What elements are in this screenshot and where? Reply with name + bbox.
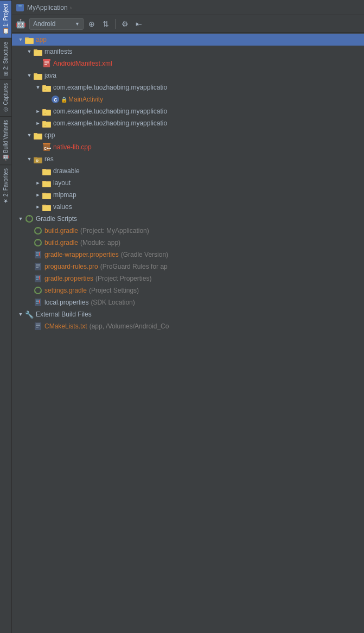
svg-point-57 <box>37 227 39 229</box>
project-icon: 📋 <box>3 28 9 35</box>
folder-icon <box>34 131 42 140</box>
file-icon <box>34 322 42 331</box>
tree-item-mainactivity[interactable]: C 🔒MainActivity <box>12 93 364 105</box>
build-variants-icon: 🤖 <box>3 155 9 161</box>
tree-item-label: values <box>53 203 72 211</box>
tree-arrow-icon[interactable]: ► <box>34 105 42 117</box>
favorites-icon: ★ <box>3 198 9 204</box>
tree-item-mipmap[interactable]: ► mipmap <box>12 189 364 201</box>
filter-button[interactable]: ⇅ <box>100 18 112 30</box>
tree-arrow-icon[interactable]: ▼ <box>25 46 34 58</box>
tree-item-label: build.gradle <box>44 239 78 246</box>
tree-item-local-props[interactable]: local.properties (SDK Location) <box>12 296 364 308</box>
view-mode-dropdown[interactable]: Android ▼ <box>29 18 84 30</box>
svg-point-58 <box>40 232 42 233</box>
sidebar-item-favorites[interactable]: ★ 2: Favorites <box>0 164 11 207</box>
app-icon <box>16 4 24 11</box>
tree-arrow-icon[interactable]: ▼ <box>16 213 25 225</box>
package-icon: · <box>42 107 51 116</box>
tree-arrow-icon[interactable]: ► <box>34 117 42 129</box>
svg-rect-88 <box>36 324 40 325</box>
tree-item-suffix: (ProGuard Rules for ap <box>100 263 168 270</box>
svg-point-61 <box>37 239 39 240</box>
file-icon <box>34 262 42 271</box>
svg-text:·: · <box>44 87 46 92</box>
tree-arrow-icon[interactable]: ► <box>34 177 42 189</box>
tree-item-nativelib[interactable]: C++ native-lib.cpp <box>12 141 364 153</box>
tree-item-cmakelists[interactable]: CMakeLists.txt (app, /Volumes/Android_Co <box>12 320 364 332</box>
tree-item-build-gradle-mod[interactable]: build.gradle (Module: app) <box>12 237 364 249</box>
gradle-icon <box>25 214 34 224</box>
tree-item-manifests[interactable]: ▼ manifests <box>12 46 364 58</box>
svg-point-62 <box>40 244 42 245</box>
svg-rect-9 <box>44 61 49 62</box>
tree-item-layout[interactable]: ► layout <box>12 177 364 189</box>
tree-item-cpp[interactable]: ▼ cpp <box>12 129 364 141</box>
svg-rect-90 <box>36 327 39 328</box>
breadcrumb-arrow: › <box>70 4 72 11</box>
tree-item-proguard[interactable]: proguard-rules.pro (ProGuard Rules for a… <box>12 261 364 273</box>
toolbar-separator <box>115 19 116 29</box>
svg-rect-1 <box>18 5 22 7</box>
tree-item-com3[interactable]: ► · com.example.tuozhaobing.myapplicatio <box>12 117 364 129</box>
tree-item-label: MainActivity <box>68 96 103 103</box>
tree-item-suffix: (Project Properties) <box>95 275 151 282</box>
tree-item-settings-gradle[interactable]: settings.gradle (Project Settings) <box>12 284 364 296</box>
collapse-button[interactable]: ⇤ <box>133 18 145 30</box>
tree-arrow-icon[interactable]: ► <box>34 189 42 201</box>
tree-item-label: gradle.properties <box>44 275 93 282</box>
tree-item-gradle-scripts[interactable]: ▼ Gradle Scripts <box>12 213 364 225</box>
sidebar-item-structure[interactable]: ⊞ 2: Structure <box>0 38 11 79</box>
tree-item-build-gradle-proj[interactable]: build.gradle (Project: MyApplication) <box>12 225 364 237</box>
tree-item-gradle-wrapper[interactable]: gradle-wrapper.properties (Gradle Versio… <box>12 249 364 261</box>
tree-item-label: Gradle Scripts <box>36 215 77 223</box>
svg-rect-68 <box>39 252 40 256</box>
tree-item-com1[interactable]: ▼ · com.example.tuozhaobing.myapplicatio <box>12 81 364 93</box>
svg-rect-34 <box>43 143 50 144</box>
tree-item-label: CMakeLists.txt <box>44 322 87 330</box>
tree-arrow-icon[interactable]: ▼ <box>25 69 34 81</box>
svg-text:C++: C++ <box>44 147 51 150</box>
properties-icon <box>34 298 42 307</box>
svg-text:R: R <box>36 159 39 163</box>
tree-arrow-icon[interactable]: ► <box>34 201 42 213</box>
tree-arrow-icon[interactable]: ▼ <box>16 308 25 320</box>
tree-item-label: mipmap <box>53 191 76 199</box>
tree-item-app[interactable]: ▼ app <box>12 34 364 46</box>
svg-rect-10 <box>44 62 49 64</box>
tree-item-label: manifests <box>44 48 72 55</box>
tree-item-androidmanifest[interactable]: AndroidManifest.xml <box>12 58 364 69</box>
tree-arrow-icon[interactable]: ▼ <box>34 81 42 93</box>
svg-text:·: · <box>44 123 46 128</box>
tree-item-java[interactable]: ▼ java <box>12 69 364 81</box>
svg-text:·: · <box>44 111 46 116</box>
svg-point-81 <box>35 292 36 293</box>
package-icon: · <box>42 119 51 128</box>
tree-item-gradle-props[interactable]: gradle.properties (Project Properties) <box>12 273 364 284</box>
tree-item-external-build[interactable]: ▼🔧External Build Files <box>12 308 364 320</box>
tree-item-drawable[interactable]: drawable <box>12 165 364 177</box>
tree-item-label: cpp <box>44 131 55 139</box>
tree-arrow-icon[interactable]: ▼ <box>25 129 34 141</box>
wrench-icon: 🔧 <box>25 311 34 319</box>
tree-item-com2[interactable]: ► · com.example.tuozhaobing.myapplicatio <box>12 105 364 117</box>
folder-icon <box>25 35 34 44</box>
tree-item-label: native-lib.cpp <box>53 143 92 151</box>
sync-button[interactable]: ⊕ <box>86 18 98 30</box>
svg-rect-71 <box>36 265 40 267</box>
svg-point-79 <box>37 287 39 288</box>
svg-point-54 <box>31 220 33 221</box>
svg-point-59 <box>35 232 36 233</box>
svg-rect-7 <box>34 50 42 55</box>
tree-item-suffix: (Project Settings) <box>89 287 139 294</box>
tree-arrow-icon[interactable]: ▼ <box>16 34 25 46</box>
tree-item-values[interactable]: ► values <box>12 201 364 213</box>
settings-button[interactable]: ⚙ <box>119 18 131 30</box>
sidebar-item-build-variants[interactable]: 🤖 Build Variants <box>0 116 11 164</box>
cpp-icon: C++ <box>42 143 51 152</box>
sidebar-item-captures[interactable]: ◎ Captures <box>0 79 11 116</box>
svg-rect-77 <box>39 276 40 280</box>
tree-arrow-icon[interactable]: ▼ <box>25 153 34 165</box>
sidebar-item-project[interactable]: 📋 1: Project <box>0 0 11 38</box>
tree-item-res[interactable]: ▼ R res <box>12 153 364 165</box>
